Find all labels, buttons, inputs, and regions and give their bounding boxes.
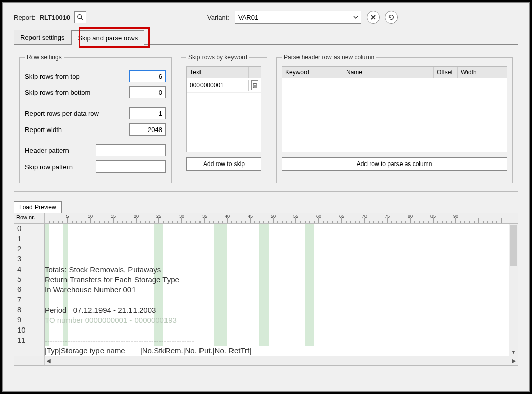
skip-row: 0000000001	[187, 78, 261, 93]
parse-header-table: Keyword Name Offset Width	[282, 66, 507, 152]
vertical-scrollbar[interactable]: ▲ ▼	[509, 224, 518, 356]
skip-rows-legend: Skip rows by keyword	[186, 54, 249, 61]
preview-line: Totals: Stock Removals, Putaways	[45, 265, 509, 275]
header-pattern-label: Header pattern	[25, 147, 69, 154]
svg-text:10: 10	[88, 214, 93, 219]
scroll-right-icon[interactable]: ▶	[510, 358, 518, 364]
preview-line: Period 07.12.1994 - 21.11.2003	[45, 305, 509, 315]
skip-rows-col-text: Text	[187, 67, 249, 78]
parse-col-extra1	[482, 67, 494, 78]
rownr-cell: 7	[14, 295, 44, 305]
rownr-cell: 11	[14, 336, 44, 346]
parse-col-width: Width	[458, 67, 482, 78]
refresh-variant-button[interactable]	[385, 11, 398, 24]
skip-rows-table: Text 0000000001	[186, 66, 261, 152]
preview-line	[45, 325, 509, 336]
preview-line: Return Transfers for Each Storage Type	[45, 275, 509, 285]
parse-col-offset: Offset	[434, 67, 458, 78]
rownr-cell: 6	[14, 285, 44, 295]
svg-text:50: 50	[271, 214, 276, 219]
tab-report-settings[interactable]: Report settings	[14, 30, 71, 44]
delete-skip-row-button[interactable]	[251, 80, 258, 90]
svg-text:60: 60	[316, 214, 321, 219]
skip-row-text: 0000000001	[187, 80, 249, 91]
svg-rect-4	[253, 84, 256, 88]
rows-per-data-label: Report rows per data row	[25, 110, 99, 117]
refresh-icon	[388, 14, 395, 21]
ruler: 51015202530354045505560657075808590	[45, 213, 518, 223]
tab-skip-parse-rows[interactable]: Skip and parse rows	[71, 30, 144, 45]
svg-text:55: 55	[293, 214, 298, 219]
preview-panel: Row nr. 51015202530354045505560657075808…	[14, 213, 518, 366]
svg-text:90: 90	[453, 214, 458, 219]
add-row-to-parse-button[interactable]: Add row to parse as column	[282, 157, 507, 171]
horizontal-scrollbar[interactable]: ◀ ▶	[14, 356, 518, 365]
skip-rows-col-actions	[249, 67, 261, 78]
report-width-input[interactable]	[129, 123, 166, 136]
report-search-button[interactable]	[74, 11, 86, 23]
parse-col-extra2	[494, 67, 507, 78]
parse-header-legend: Parse header row as new column	[282, 54, 376, 61]
preview-line: TO number 0000000001 - 0000000193	[45, 315, 509, 325]
rownr-cell: 0	[14, 224, 44, 234]
rownr-header: Row nr.	[14, 213, 45, 223]
search-icon	[77, 14, 84, 21]
svg-text:30: 30	[179, 214, 184, 219]
skip-pattern-label: Skip row pattern	[25, 163, 73, 171]
parse-header-group: Parse header row as new column Keyword N…	[276, 54, 513, 183]
variant-combo[interactable]	[235, 11, 361, 24]
load-preview-button[interactable]: Load Preview	[14, 201, 62, 213]
preview-line: In Warehouse Number 001	[45, 285, 509, 295]
parse-col-name: Name	[343, 67, 434, 78]
rownr-column: 01234567891011	[14, 224, 45, 356]
rownr-cell: 4	[14, 265, 44, 275]
rownr-cell: 1	[14, 234, 44, 244]
scroll-thumb[interactable]	[510, 225, 517, 266]
rownr-cell: 9	[14, 315, 44, 325]
rownr-cell: 2	[14, 244, 44, 254]
skip-bottom-label: Skip rows from bottom	[25, 89, 90, 96]
preview-content-area[interactable]: Totals: Stock Removals, PutawaysReturn T…	[45, 224, 509, 356]
parse-col-keyword: Keyword	[282, 67, 343, 78]
trash-icon	[252, 82, 258, 88]
svg-text:70: 70	[362, 214, 367, 219]
skip-pattern-input[interactable]	[96, 160, 166, 173]
rownr-cell: 3	[14, 254, 44, 265]
variant-label: Variant:	[207, 14, 229, 21]
svg-point-0	[78, 15, 82, 19]
rownr-cell: 5	[14, 275, 44, 285]
report-value: RLT10010	[40, 14, 70, 21]
row-settings-legend: Row settings	[25, 54, 64, 61]
skip-top-input[interactable]	[129, 70, 166, 82]
skip-top-label: Skip rows from top	[25, 73, 80, 80]
svg-text:80: 80	[408, 214, 413, 219]
report-width-label: Report width	[25, 126, 62, 134]
clear-variant-button[interactable]	[367, 11, 380, 24]
variant-input[interactable]	[235, 11, 351, 24]
preview-line: ----------------------------------------…	[45, 336, 509, 346]
scroll-left-icon[interactable]: ◀	[45, 358, 53, 364]
clear-icon	[370, 14, 376, 20]
scroll-down-icon[interactable]: ▼	[509, 348, 518, 356]
svg-text:20: 20	[134, 214, 139, 219]
chevron-down-icon	[353, 15, 358, 20]
rownr-cell: 8	[14, 305, 44, 315]
row-settings-group: Row settings Skip rows from top Skip row…	[19, 54, 172, 183]
svg-text:40: 40	[225, 214, 230, 219]
preview-line	[45, 295, 509, 305]
header-pattern-input[interactable]	[96, 144, 166, 156]
preview-line: |Typ|Storage type name |No.StkRem.|No. P…	[45, 346, 509, 356]
add-row-to-skip-button[interactable]: Add row to skip	[186, 157, 261, 171]
skip-rows-group: Skip rows by keyword Text 0000000001 Add…	[181, 54, 267, 183]
svg-text:15: 15	[111, 214, 116, 219]
rownr-cell: 10	[14, 325, 44, 336]
rows-per-data-input[interactable]	[129, 107, 166, 119]
svg-text:35: 35	[202, 214, 207, 219]
svg-text:85: 85	[430, 214, 436, 219]
svg-text:45: 45	[248, 214, 253, 219]
svg-text:5: 5	[66, 214, 69, 219]
report-label: Report:	[14, 14, 36, 21]
svg-text:25: 25	[156, 214, 161, 219]
variant-dropdown-button[interactable]	[351, 11, 361, 24]
skip-bottom-input[interactable]	[129, 86, 166, 98]
